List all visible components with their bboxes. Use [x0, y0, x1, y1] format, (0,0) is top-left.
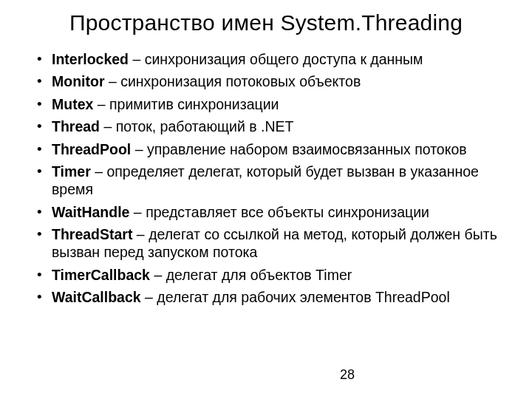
term: ThreadPool	[52, 141, 131, 157]
desc: – определяет делегат, который будет вызв…	[52, 163, 479, 197]
list-item: Thread – поток, работающий в .NET	[41, 117, 505, 135]
desc: – делегат для объектов Timer	[150, 267, 352, 283]
term: TimerCallback	[52, 267, 150, 283]
term: ThreadStart	[52, 226, 132, 242]
list-item: Interlocked – синхронизация общего досту…	[41, 50, 505, 68]
list-item: WaitCallback – делегат для рабочих элеме…	[41, 288, 505, 306]
term: Timer	[52, 163, 91, 180]
page-number: 28	[340, 367, 355, 383]
page-title: Пространство имен System.Threading	[27, 10, 505, 35]
list-item: ThreadStart – делегат со ссылкой на мето…	[41, 225, 505, 262]
desc: – управление набором взаимосвязанных пот…	[131, 141, 466, 157]
term: WaitCallback	[52, 289, 141, 305]
term: Thread	[52, 118, 100, 134]
list-item: WaitHandle – представляет все объекты си…	[41, 203, 505, 221]
list-item: ThreadPool – управление набором взаимосв…	[41, 140, 505, 158]
list-item: TimerCallback – делегат для объектов Tim…	[41, 266, 505, 284]
desc: – поток, работающий в .NET	[100, 118, 293, 134]
list-item: Timer – определяет делегат, который буде…	[41, 163, 505, 199]
desc: – представляет все объекты синхронизации	[129, 204, 429, 220]
list-item: Mutex – примитив синхронизации	[41, 95, 505, 113]
list-item: Monitor – синхронизация потоковых объект…	[41, 72, 505, 90]
desc: – синхронизация общего доступа к данным	[129, 51, 423, 67]
desc: – синхронизация потоковых объектов	[104, 73, 361, 89]
term: Mutex	[52, 96, 93, 112]
term: WaitHandle	[52, 204, 129, 220]
term: Monitor	[52, 73, 104, 89]
desc: – примитив синхронизации	[93, 96, 279, 112]
bullet-list: Interlocked – синхронизация общего досту…	[27, 50, 505, 307]
desc: – делегат для рабочих элементов ThreadPo…	[141, 289, 450, 305]
term: Interlocked	[52, 51, 129, 67]
